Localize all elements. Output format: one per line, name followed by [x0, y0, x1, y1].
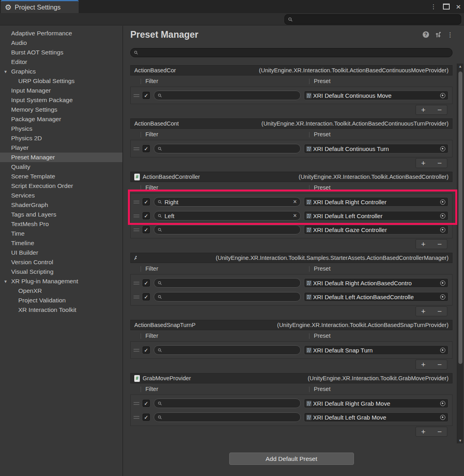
sidebar-item-services[interactable]: ▼ Services [0, 191, 122, 200]
sidebar-item-timeline[interactable]: ▼ Timeline [0, 238, 122, 248]
sidebar-item-player[interactable]: ▼ Player [0, 143, 122, 153]
filter-input[interactable]: × [154, 144, 301, 153]
drag-handle-icon[interactable] [133, 146, 139, 151]
sidebar-item-preset-manager[interactable]: ▼ Preset Manager [0, 153, 122, 162]
clear-filter-button[interactable]: × [293, 212, 297, 219]
sidebar-item-input-manager[interactable]: ▼ Input Manager [0, 86, 122, 95]
sidebar-item-memory-settings[interactable]: ▼ Memory Settings [0, 105, 122, 114]
sidebar-item-physics-2d[interactable]: ▼ Physics 2D [0, 134, 122, 143]
remove-row-button[interactable]: − [437, 106, 442, 114]
enabled-checkbox[interactable]: ✓ [143, 293, 150, 300]
remove-row-button[interactable]: − [437, 308, 442, 315]
preset-object-field[interactable]: XRI Default Continuous Move [304, 91, 449, 100]
drag-handle-icon[interactable] [133, 199, 139, 205]
add-default-preset-button[interactable]: Add Default Preset [229, 453, 354, 465]
sidebar-item-urp-global-settings[interactable]: ▼ URP Global Settings [0, 76, 122, 86]
object-picker-icon[interactable] [438, 144, 447, 153]
drag-handle-icon[interactable] [133, 348, 139, 353]
sidebar-item-adaptive-performance[interactable]: ▼ Adaptive Performance [0, 29, 122, 38]
add-row-button[interactable]: + [421, 159, 425, 167]
filter-input[interactable]: × [154, 225, 301, 234]
enabled-checkbox[interactable]: ✓ [143, 414, 150, 421]
filter-input[interactable]: × [154, 91, 301, 100]
enabled-checkbox[interactable]: ✓ [143, 212, 150, 219]
drag-handle-icon[interactable] [133, 93, 139, 98]
object-picker-icon[interactable] [438, 279, 447, 287]
sidebar-item-textmesh-pro[interactable]: ▼ TextMesh Pro [0, 219, 122, 229]
vertical-scrollbar[interactable]: ▲ ▼ [457, 64, 463, 443]
enabled-checkbox[interactable]: ✓ [143, 346, 150, 354]
sidebar-item-version-control[interactable]: ▼ Version Control [0, 257, 122, 267]
filter-input[interactable]: Right × [154, 197, 301, 207]
enabled-checkbox[interactable]: ✓ [143, 226, 150, 233]
remove-row-button[interactable]: − [437, 159, 442, 167]
enabled-checkbox[interactable]: ✓ [143, 400, 150, 407]
enabled-checkbox[interactable]: ✓ [143, 92, 150, 99]
add-row-button[interactable]: + [421, 106, 425, 114]
preset-object-field[interactable]: XRI Default Right Grab Move [304, 399, 449, 408]
sidebar-item-xr-interaction-toolkit[interactable]: ▼ XR Interaction Toolkit [0, 305, 122, 315]
sidebar-item-editor[interactable]: ▼ Editor [0, 57, 122, 67]
sidebar-item-scene-template[interactable]: ▼ Scene Template [0, 172, 122, 181]
scroll-up-icon[interactable]: ▲ [457, 64, 463, 68]
preset-object-field[interactable]: XRI Default Continuous Turn [304, 144, 449, 153]
close-icon[interactable]: × [456, 2, 461, 11]
drag-handle-icon[interactable] [133, 281, 139, 286]
clear-filter-button[interactable]: × [293, 198, 297, 205]
sidebar-item-physics[interactable]: ▼ Physics [0, 124, 122, 134]
object-picker-icon[interactable] [438, 91, 447, 100]
add-row-button[interactable]: + [421, 308, 425, 315]
scrollbar-thumb[interactable] [458, 72, 462, 364]
sidebar-item-burst-aot-settings[interactable]: ▼ Burst AOT Settings [0, 48, 122, 57]
sidebar-item-shadergraph[interactable]: ▼ ShaderGraph [0, 200, 122, 210]
remove-row-button[interactable]: − [437, 240, 442, 248]
add-row-button[interactable]: + [421, 361, 425, 368]
foldout-icon[interactable]: ▼ [4, 70, 8, 74]
filter-input[interactable]: × [154, 292, 301, 302]
preset-manager-search-input[interactable] [130, 48, 452, 57]
drag-handle-icon[interactable] [133, 213, 139, 219]
help-icon[interactable]: ? [423, 31, 429, 38]
add-row-button[interactable]: + [421, 240, 425, 248]
filter-input[interactable]: × [154, 399, 301, 408]
enabled-checkbox[interactable]: ✓ [143, 198, 150, 205]
sidebar-item-tags-and-layers[interactable]: ▼ Tags and Layers [0, 210, 122, 219]
preset-object-field[interactable]: XRI Default Right Controller [304, 197, 449, 207]
remove-row-button[interactable]: − [437, 361, 442, 368]
maximize-icon[interactable] [443, 4, 450, 10]
preset-object-field[interactable]: XRI Default Left Controller [304, 211, 449, 221]
sidebar-item-script-execution-order[interactable]: ▼ Script Execution Order [0, 181, 122, 191]
object-picker-icon[interactable] [438, 346, 447, 354]
sidebar-item-xr-plug-in-management[interactable]: ▼ XR Plug-in Management [0, 277, 122, 286]
sidebar-item-visual-scripting[interactable]: ▼ Visual Scripting [0, 267, 122, 277]
object-picker-icon[interactable] [438, 197, 447, 206]
sidebar-item-graphics[interactable]: ▼ Graphics [0, 67, 122, 76]
sidebar-item-time[interactable]: ▼ Time [0, 229, 122, 238]
object-picker-icon[interactable] [438, 292, 447, 301]
sidebar-item-ui-builder[interactable]: ▼ UI Builder [0, 248, 122, 257]
window-menu-icon[interactable]: ⋮ [431, 3, 437, 10]
drag-handle-icon[interactable] [133, 401, 139, 406]
object-picker-icon[interactable] [438, 399, 447, 408]
filter-input[interactable]: × [154, 412, 301, 422]
preset-settings-icon[interactable] [435, 31, 441, 38]
sidebar-item-input-system-package[interactable]: ▼ Input System Package [0, 95, 122, 105]
preset-object-field[interactable]: XRI Default Right ActionBasedContro [304, 278, 449, 288]
scroll-down-icon[interactable]: ▼ [457, 439, 463, 443]
sidebar-item-quality[interactable]: ▼ Quality [0, 162, 122, 172]
enabled-checkbox[interactable]: ✓ [143, 145, 150, 152]
more-options-icon[interactable]: ⋮ [447, 31, 453, 39]
object-picker-icon[interactable] [438, 413, 447, 422]
sidebar-item-openxr[interactable]: ▼ OpenXR [0, 286, 122, 296]
drag-handle-icon[interactable] [133, 415, 139, 420]
remove-row-button[interactable]: − [437, 428, 442, 435]
object-picker-icon[interactable] [438, 211, 447, 220]
filter-input[interactable]: Left × [154, 211, 301, 221]
filter-input[interactable]: × [154, 278, 301, 288]
filter-input[interactable]: × [154, 345, 301, 355]
preset-object-field[interactable]: XRI Default Gaze Controller [304, 225, 449, 234]
preset-object-field[interactable]: XRI Default Left Grab Move [304, 412, 449, 422]
sidebar-item-project-validation[interactable]: ▼ Project Validation [0, 296, 122, 305]
drag-handle-icon[interactable] [133, 227, 139, 232]
sidebar-item-audio[interactable]: ▼ Audio [0, 38, 122, 48]
